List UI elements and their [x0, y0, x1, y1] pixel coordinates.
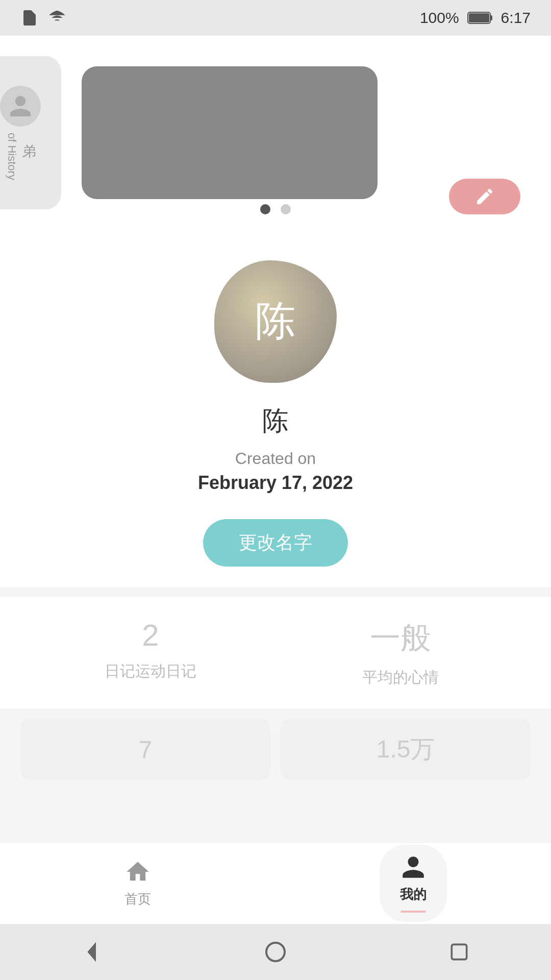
card-left-text: 弟 of History: [3, 133, 37, 180]
nav-active-bg: 我的: [380, 845, 447, 922]
android-nav-bar: [0, 924, 551, 980]
stat-mood-label: 平均的心情: [362, 667, 439, 688]
person-icon: [8, 93, 33, 119]
nav-label-home: 首页: [124, 890, 151, 908]
android-recent-button[interactable]: [444, 937, 474, 967]
change-name-button[interactable]: 更改名字: [203, 519, 348, 567]
document-icon: [20, 9, 39, 27]
nav-item-my[interactable]: 我的: [276, 845, 551, 922]
stat-diary-count: 2 日记运动日记: [31, 618, 270, 688]
dot-2[interactable]: [281, 204, 291, 214]
battery-text: 100%: [420, 9, 459, 27]
bottom-card-2-value: 1.5万: [377, 733, 435, 766]
edit-button[interactable]: [449, 179, 520, 214]
created-date: February 17, 2022: [198, 472, 353, 494]
profile-section: 陈 陈 Created on February 17, 2022 更改名字: [0, 230, 551, 587]
status-right: 100% 6:17: [420, 9, 531, 27]
avatar: 陈: [214, 260, 337, 383]
bottom-card-1-value: 7: [139, 736, 153, 764]
svg-point-4: [266, 943, 285, 961]
active-indicator: [400, 911, 426, 913]
wifi-icon: [47, 9, 67, 27]
carousel-area: 弟 of History: [0, 36, 551, 230]
battery-icon: [467, 11, 493, 25]
svg-rect-1: [469, 13, 489, 22]
carousel-dots: [260, 204, 291, 214]
left-partial-card[interactable]: 弟 of History: [0, 56, 61, 209]
stats-section: 2 日记运动日记 一般 平均的心情: [0, 597, 551, 708]
stat-diary-value: 2: [142, 618, 159, 653]
bottom-card-2: 1.5万: [281, 719, 531, 780]
bottom-card-1: 7: [20, 719, 270, 780]
avatar-char: 陈: [255, 294, 296, 349]
nav-item-home[interactable]: 首页: [0, 859, 276, 908]
profile-name: 陈: [262, 403, 289, 439]
pencil-icon: [474, 186, 495, 207]
person-active-icon: [400, 854, 427, 880]
stat-mood: 一般 平均的心情: [281, 618, 520, 688]
main-card[interactable]: [82, 66, 378, 199]
recent-square-icon: [448, 941, 470, 963]
nav-label-my: 我的: [400, 886, 427, 903]
created-on-label: Created on: [235, 449, 316, 468]
home-circle-icon: [263, 940, 288, 964]
home-icon: [124, 859, 151, 885]
svg-marker-3: [89, 945, 95, 959]
svg-rect-5: [452, 944, 466, 959]
status-left: [20, 9, 67, 27]
status-bar: 100% 6:17: [0, 0, 551, 36]
bottom-navigation: 首页 我的: [0, 842, 551, 924]
back-triangle-icon: [80, 940, 104, 964]
card-avatar: [0, 86, 41, 127]
android-home-button[interactable]: [260, 937, 291, 967]
time-text: 6:17: [501, 9, 531, 27]
svg-rect-2: [490, 15, 492, 20]
stat-diary-label: 日记运动日记: [105, 661, 196, 682]
dot-1[interactable]: [260, 204, 270, 214]
stat-mood-value: 一般: [370, 618, 431, 659]
bottom-cards-row: 7 1.5万: [0, 708, 551, 790]
android-back-button[interactable]: [77, 937, 107, 967]
